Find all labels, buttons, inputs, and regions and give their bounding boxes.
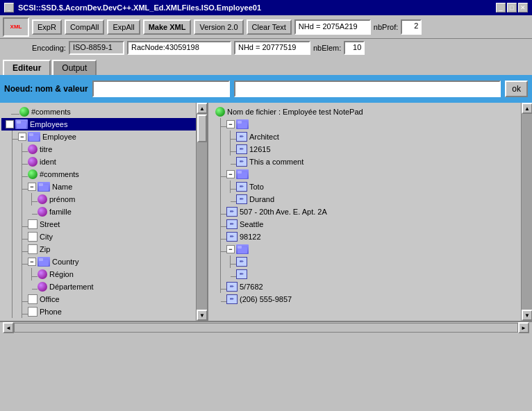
box-white-icon [28, 244, 38, 254]
node-section: Noeud: nom & valeur ok [0, 75, 532, 103]
list-item[interactable]: Nom de fichier : Employée test NotePad [210, 106, 519, 118]
xml-icon: XML [3, 17, 29, 37]
list-item[interactable]: ident [1, 156, 206, 168]
list-item[interactable]: ✏ 12615 [210, 143, 519, 156]
doc-pencil-icon: ✏ [226, 207, 238, 217]
scroll-down-button[interactable]: ▼ [197, 310, 208, 321]
sphere-green-icon [28, 169, 38, 179]
nbElem-label: nbElem: [313, 44, 341, 52]
title-bar: _ SCSI::SSD.$.AcornDev.DevC++.XML_Ed.XML… [0, 0, 532, 15]
folder-open-icon [38, 182, 50, 192]
maximize-button[interactable]: □ [507, 3, 517, 12]
list-item[interactable]: #comments [1, 106, 206, 118]
collapse-toggle[interactable]: − [18, 133, 26, 141]
folder-open-icon [236, 169, 249, 179]
clearText-button[interactable]: Clear Text [247, 19, 292, 35]
list-item[interactable]: ✏ This a comment [210, 156, 519, 168]
list-item[interactable]: Office [1, 293, 206, 305]
tab-editeur[interactable]: Editeur [3, 60, 51, 75]
collapse-toggle[interactable]: − [6, 120, 14, 128]
minimize-button[interactable]: _ [496, 3, 506, 12]
list-item[interactable]: Street [1, 218, 206, 230]
sphere-purple-icon [38, 269, 47, 279]
list-item[interactable]: ✏ (206) 555-9857 [210, 293, 519, 305]
list-item[interactable]: − Country [1, 255, 206, 268]
scroll-track[interactable] [197, 114, 207, 310]
list-item[interactable]: ✏ [210, 255, 519, 268]
nbProf-value: 2 [401, 19, 422, 35]
list-item[interactable]: − Name [1, 181, 206, 193]
list-item[interactable]: ✏ Architect [210, 131, 519, 143]
list-item[interactable]: ✏ [210, 268, 519, 280]
folder-open-icon [28, 132, 40, 142]
folder-open-icon [236, 119, 249, 129]
doc-pencil-icon: ✏ [236, 157, 247, 167]
list-item[interactable]: Région [1, 268, 206, 280]
collapse-toggle[interactable]: − [226, 245, 235, 253]
box-white-icon [28, 307, 38, 317]
scroll-right-button[interactable]: ► [518, 322, 529, 333]
close-button[interactable]: ✕ [518, 3, 528, 12]
right-tree-pane: Nom de fichier : Employée test NotePad −… [208, 103, 521, 321]
svg-rect-5 [39, 183, 43, 186]
doc-pencil-icon: ✏ [226, 294, 238, 304]
status-bar: ◄ ► [0, 321, 532, 333]
folder-open-icon [38, 257, 50, 267]
scroll-left-button[interactable]: ◄ [3, 322, 14, 333]
sphere-green-icon [215, 107, 225, 117]
scroll-down-button[interactable]: ▼ [522, 310, 532, 321]
list-item[interactable]: #comments [1, 168, 206, 181]
left-scrollbar[interactable]: ▲ ▼ [196, 103, 207, 321]
scroll-thumb[interactable] [197, 115, 207, 142]
list-item[interactable]: ✏ Seattle [210, 218, 519, 230]
expAll-button[interactable]: ExpAll [107, 19, 140, 35]
version-button[interactable]: Version 2.0 [194, 19, 243, 35]
list-item[interactable]: titre [1, 143, 206, 156]
doc-pencil-icon: ✏ [226, 219, 238, 229]
list-item[interactable]: − Employees [1, 118, 206, 131]
svg-rect-1 [17, 121, 21, 124]
list-item[interactable]: ✏ 98122 [210, 230, 519, 243]
node-value-input[interactable] [234, 81, 501, 97]
list-item[interactable]: ✏ Toto [210, 181, 519, 193]
makeXml-button[interactable]: Make XML [143, 19, 192, 35]
left-tree-scroll[interactable]: #comments − Employees − [0, 103, 207, 321]
collapse-toggle[interactable]: − [226, 170, 235, 178]
list-item[interactable]: City [1, 230, 206, 243]
node-name-input[interactable] [92, 81, 230, 97]
collapse-toggle[interactable]: − [28, 183, 36, 191]
list-item[interactable]: ✏ 5/7682 [210, 280, 519, 293]
node-label: Noeud: nom & valeur [4, 84, 88, 94]
right-scrollbar[interactable]: ▲ ▼ [521, 103, 532, 321]
collapse-toggle[interactable]: − [28, 258, 36, 266]
list-item[interactable]: − [210, 168, 519, 181]
list-item[interactable]: − [210, 118, 519, 131]
doc-pencil-icon: ✏ [226, 282, 238, 292]
list-item[interactable]: ✏ 507 - 20th Ave. E. Apt. 2A [210, 206, 519, 218]
list-item[interactable]: Phone [1, 305, 206, 318]
sphere-purple-icon [28, 157, 38, 167]
encoding-label: Encoding: [32, 44, 66, 52]
minimize-icon[interactable]: _ [4, 3, 14, 12]
list-item[interactable]: Département [1, 280, 206, 293]
list-item[interactable]: Zip [1, 243, 206, 255]
nhd1-display: NHd = 2075A219 [294, 19, 371, 35]
nhd2-display: NHd = 20777519 [234, 41, 310, 55]
list-item[interactable]: ✏ Durand [210, 193, 519, 206]
scroll-track[interactable] [522, 114, 532, 310]
expR-button[interactable]: ExpR [32, 19, 62, 35]
list-item[interactable]: famille [1, 206, 206, 218]
compAll-button[interactable]: CompAll [65, 19, 105, 35]
tab-output[interactable]: Output [52, 60, 97, 75]
horizontal-scrollbar[interactable] [14, 323, 518, 333]
scroll-up-button[interactable]: ▲ [522, 103, 532, 114]
collapse-toggle[interactable]: − [226, 120, 235, 128]
list-item[interactable]: prénom [1, 193, 206, 206]
list-item[interactable]: − [210, 243, 519, 255]
sphere-purple-icon [38, 282, 47, 292]
ok-button[interactable]: ok [505, 81, 528, 97]
doc-pencil-icon: ✏ [236, 182, 247, 192]
list-item[interactable]: − Employee [1, 131, 206, 143]
scroll-up-button[interactable]: ▲ [197, 103, 208, 114]
left-tree-pane: #comments − Employees − [0, 103, 208, 321]
